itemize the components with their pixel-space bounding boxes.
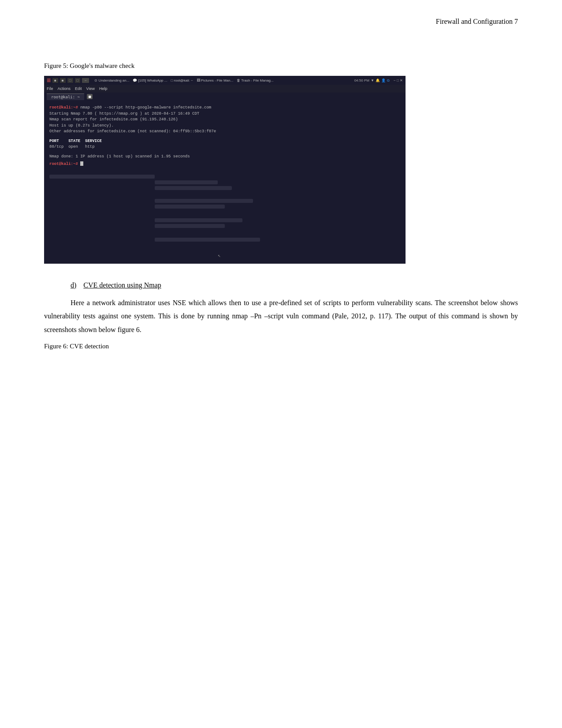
menu-actions: Actions (58, 86, 71, 91)
terminal-menu-bar: File Actions Edit View Help (44, 85, 406, 93)
section-d-title: CVE detection using Nmap (83, 281, 161, 289)
menu-help: Help (99, 86, 108, 91)
menu-view: View (86, 86, 95, 91)
section-d-paragraph: Here a network administrator uses NSE wh… (44, 296, 518, 336)
header-title: Firewall and Configuration 7 (436, 18, 518, 25)
menu-file: File (47, 86, 53, 91)
cursor (80, 161, 83, 166)
system-taskbar: ☰ ■ ■ □ □ ← ⊙ Understanding an... 💬 [105… (44, 76, 406, 85)
page-header: Firewall and Configuration 7 (436, 18, 518, 26)
terminal-body: root@kali:~# nmap -p80 --script http-goo… (44, 101, 406, 264)
figure5-caption: Figure 5: Google's malware check (44, 62, 518, 70)
terminal-tab-bar: root@kali: ~ ■ (44, 93, 406, 101)
section-d-heading: d) CVE detection using Nmap (44, 281, 518, 289)
terminal-window: ☰ ■ ■ □ □ ← ⊙ Understanding an... 💬 [105… (44, 76, 406, 264)
menu-edit: Edit (75, 86, 82, 91)
figure6-label: Figure 6: CVE detection (44, 343, 518, 350)
next-prompt: root@kali:~# (49, 161, 400, 168)
terminal-tab-title: root@kali: ~ (47, 93, 84, 100)
blurred-content: ↖ (49, 175, 400, 260)
command-line: root@kali:~# nmap -p80 --script http-goo… (49, 105, 400, 111)
